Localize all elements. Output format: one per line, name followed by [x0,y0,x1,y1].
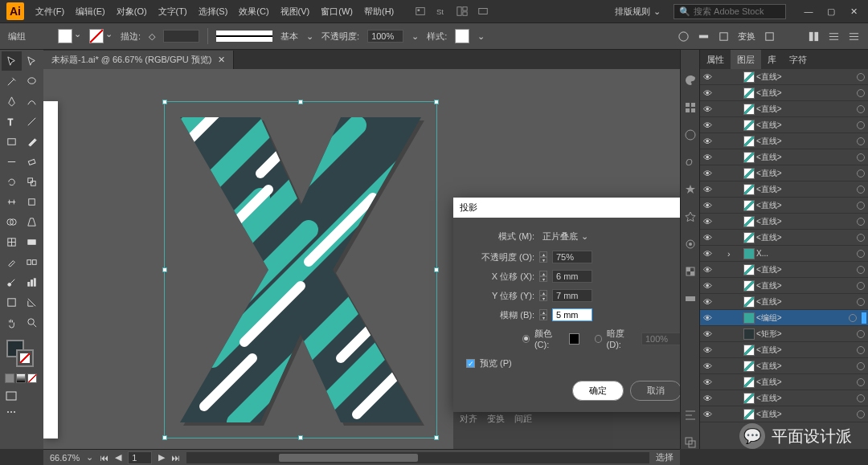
chevron-down-icon[interactable]: ⌄ [477,31,485,42]
visibility-toggle[interactable]: 👁 [702,377,713,387]
stroke-color[interactable] [16,349,34,367]
visibility-toggle[interactable]: 👁 [702,233,713,243]
nav-last-icon[interactable]: ⏭ [171,453,180,463]
search-input[interactable] [694,6,780,16]
type-panel-icon[interactable] [684,128,697,141]
layer-name[interactable]: <直线> [756,88,855,99]
cancel-button[interactable]: 取消 [630,381,680,401]
color-mode-gradient[interactable] [16,373,26,383]
layer-row[interactable]: 👁 <直线> [700,149,868,165]
target-icon[interactable] [857,218,865,226]
magic-wand-tool[interactable] [2,71,22,91]
menu-type[interactable]: 文字(T) [154,2,192,21]
horizontal-scrollbar[interactable] [186,452,649,463]
scale-tool[interactable] [23,172,43,191]
close-button[interactable]: ✕ [845,3,862,19]
perspective-tool[interactable] [23,212,43,231]
layer-row[interactable]: 👁 <直线> [700,230,868,246]
visibility-toggle[interactable]: 👁 [702,313,713,323]
recolor-icon[interactable] [678,31,690,43]
target-icon[interactable] [857,137,865,145]
layer-name[interactable]: X... [756,249,855,258]
gradient-panel-icon[interactable] [684,292,697,305]
symbol-sprayer-tool[interactable] [2,272,22,292]
artboard-tool[interactable] [2,292,22,312]
target-icon[interactable] [857,362,865,370]
layer-row[interactable]: 👁 <直线> [700,214,868,230]
layers-list[interactable]: 👁 <直线> 👁 <直线> 👁 <直线> 👁 <直线> 👁 <直线> 👁 [700,69,868,449]
visibility-toggle[interactable]: 👁 [702,329,713,339]
target-icon[interactable] [857,330,865,338]
transparency-panel-icon[interactable] [684,265,697,278]
hand-tool[interactable] [2,312,22,332]
target-icon[interactable] [857,298,865,306]
panel-menu-icon[interactable] [828,31,840,43]
tab-layers[interactable]: 图层 [731,50,761,69]
visibility-toggle[interactable]: 👁 [702,120,713,130]
target-icon[interactable] [857,234,865,242]
document-tab[interactable]: 未标题-1.ai* @ 66.67% (RGB/GPU 预览) ✕ [43,51,234,69]
arrange-icon[interactable] [457,6,468,17]
layer-row[interactable]: 👁 <直线> [700,117,868,133]
visibility-toggle[interactable]: 👁 [702,265,713,275]
layer-name[interactable]: <直线> [756,361,855,372]
layer-name[interactable]: <直线> [756,345,855,356]
layer-row[interactable]: 👁 <直线> [700,374,868,390]
paintbrush-tool[interactable] [23,132,43,151]
tab-libraries[interactable]: 库 [761,50,783,69]
rectangle-tool[interactable] [2,132,22,151]
bridge-icon[interactable] [415,6,426,17]
opacity-value-input[interactable] [552,251,592,263]
layer-row[interactable]: 👁 <直线> [700,294,868,310]
darkness-radio[interactable] [595,335,602,343]
menu-edit[interactable]: 编辑(E) [71,2,110,21]
blur-input[interactable] [552,308,592,321]
eyedropper-tool[interactable] [2,252,22,271]
width-tool[interactable] [2,192,22,211]
color-mode-none[interactable] [27,373,37,383]
layer-row[interactable]: 👁 <直线> [700,69,868,85]
pathfinder-panel-icon[interactable] [684,436,697,449]
minimize-button[interactable]: — [800,3,817,19]
layer-name[interactable]: <矩形> [756,328,855,340]
layer-row[interactable]: 👁 <直线> [700,85,868,101]
layer-row[interactable]: 👁 <直线> [700,278,868,294]
menu-help[interactable]: 帮助(H) [359,2,399,21]
layer-row[interactable]: 👁 <直线> [700,182,868,198]
nav-next-icon[interactable]: ▶ [158,452,165,463]
target-icon[interactable] [857,282,865,290]
chevron-down-icon[interactable]: ⌄ [306,31,313,42]
mesh-tool[interactable] [2,232,22,251]
layer-name[interactable]: <直线> [756,120,855,131]
target-icon[interactable] [857,378,865,386]
search-box[interactable]: 🔍 [674,4,786,19]
layer-name[interactable]: <直线> [756,200,855,211]
menu-view[interactable]: 视图(V) [276,2,315,21]
target-icon[interactable] [857,202,865,210]
align-panel-icon[interactable] [684,409,697,422]
panel-toggle-icon[interactable] [808,31,820,43]
layer-name[interactable]: <直线> [756,280,855,292]
visibility-toggle[interactable]: 👁 [702,72,713,82]
chevron-down-icon[interactable]: ⌄ [105,29,113,43]
close-tab-icon[interactable]: ✕ [218,55,225,65]
align-icon[interactable] [698,31,710,43]
layer-row[interactable]: 👁 <直线> [700,406,868,422]
target-icon[interactable] [849,314,857,322]
curvature-tool[interactable] [23,92,43,111]
visibility-toggle[interactable]: 👁 [702,169,713,178]
layer-name[interactable]: <直线> [756,152,855,163]
blur-stepper[interactable]: ▴▾ [539,309,547,320]
chevron-down-icon[interactable]: ⌄ [74,29,81,43]
stroke-weight-stepper[interactable]: ◇ [149,31,155,42]
target-icon[interactable] [857,186,865,194]
artwork-x-shape[interactable] [164,101,437,438]
pen-tool[interactable] [2,92,22,111]
visibility-toggle[interactable]: 👁 [702,345,713,355]
stock-icon[interactable]: St [436,6,447,17]
eraser-tool[interactable] [23,152,43,171]
visibility-toggle[interactable]: 👁 [702,201,713,210]
target-icon[interactable] [857,346,865,354]
fill-swatch[interactable] [58,29,72,43]
layer-row[interactable]: 👁 <直线> [700,101,868,117]
